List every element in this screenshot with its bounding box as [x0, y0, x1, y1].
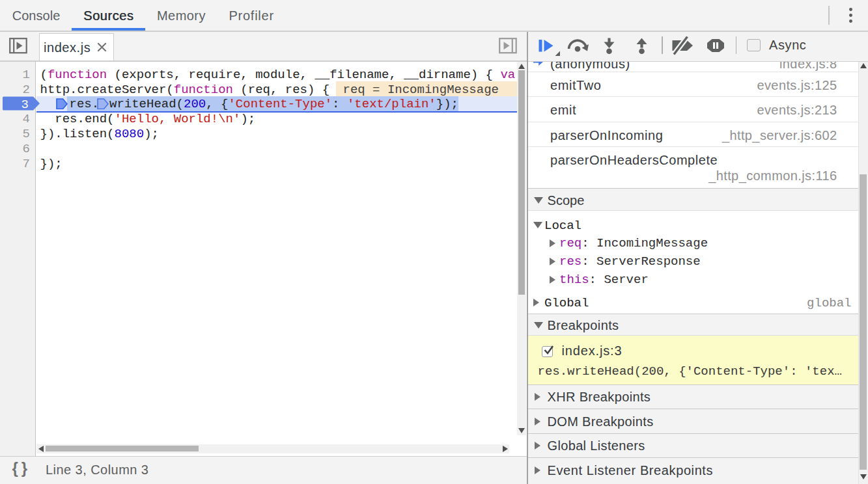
- svg-text:3: 3: [21, 97, 29, 111]
